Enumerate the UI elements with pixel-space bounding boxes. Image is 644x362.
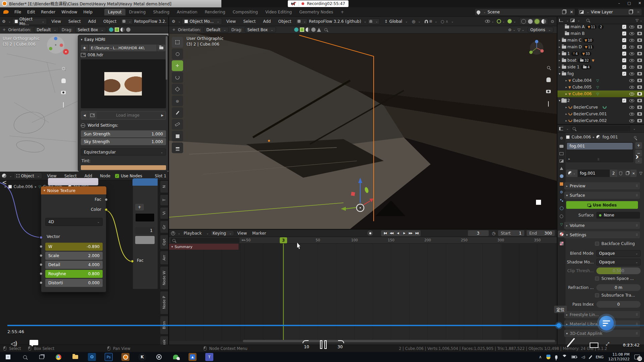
fac-input-socket[interactable] — [131, 260, 134, 263]
pin-icon[interactable] — [634, 136, 636, 138]
person-swatch-icon[interactable] — [311, 27, 316, 32]
disable-render-icon[interactable] — [637, 59, 642, 62]
maximize-button[interactable]: ▢ — [627, 1, 631, 5]
outliner-item-label[interactable]: BezierCurve.001 — [574, 112, 607, 116]
scene-copy-icon[interactable] — [562, 10, 566, 14]
filter-funnel-icon[interactable]: ▽ — [636, 18, 638, 22]
drag-dropdown[interactable]: Select Box — [245, 27, 276, 33]
shading-solid-icon[interactable] — [528, 19, 533, 24]
menu-view[interactable]: View — [223, 19, 239, 24]
shading-material-icon[interactable] — [535, 19, 539, 24]
workspace-tab-shading[interactable]: Shading — [149, 9, 173, 15]
tool-scale[interactable] — [172, 84, 183, 95]
tab-render-icon[interactable] — [559, 145, 564, 148]
outliner-row[interactable]: 1 Y4 33 — [557, 50, 644, 57]
workspace-tab-add[interactable]: + — [337, 9, 347, 15]
add-slot-button[interactable]: + — [635, 142, 642, 149]
outliner-item-label[interactable]: fog — [568, 71, 574, 76]
tab-constraints-icon[interactable] — [560, 215, 563, 218]
hide-eye-icon[interactable] — [629, 46, 634, 49]
tool-move[interactable]: ✛ — [172, 60, 183, 71]
tab-physics-icon[interactable] — [560, 206, 564, 210]
section-settings[interactable]: Settings — [564, 231, 640, 238]
expand-icon[interactable] — [566, 119, 567, 122]
disable-render-icon[interactable] — [637, 99, 642, 102]
chat-bubble-button[interactable] — [599, 316, 614, 330]
collection-checkbox[interactable] — [622, 32, 626, 36]
hide-eye-icon[interactable] — [629, 119, 634, 122]
outliner-row[interactable]: boat 32 — [557, 57, 644, 64]
tab-output-icon[interactable] — [559, 152, 564, 155]
disable-render-icon[interactable] — [637, 45, 642, 49]
scale-field[interactable]: Scale2.000 — [45, 252, 103, 260]
editor-type-icon[interactable]: ⚙ — [2, 19, 6, 24]
disable-render-icon[interactable] — [637, 92, 642, 96]
muted-speaker-icon[interactable] — [291, 2, 296, 6]
node-editor[interactable]: Object View Select Add Node ✓ Use Nodes … — [0, 172, 168, 345]
disable-render-icon[interactable] — [637, 39, 642, 42]
hide-eye-icon[interactable] — [629, 66, 634, 69]
refraction-depth-field[interactable]: 0 m — [596, 284, 641, 291]
grid-toggle-icon[interactable] — [548, 102, 549, 106]
wifi-icon[interactable] — [562, 355, 567, 359]
load-image-button[interactable]: Load image — [97, 113, 159, 118]
disable-render-icon[interactable] — [637, 72, 642, 75]
hdri-path-field[interactable]: E:\Texture - L...HDRI\HDR 4K\ — [89, 45, 157, 51]
camera-view-icon[interactable] — [61, 90, 66, 95]
shading-rendered-icon[interactable] — [541, 19, 546, 24]
player-rewind-button[interactable]: 10 — [301, 340, 312, 350]
close-button[interactable]: ✕ — [638, 1, 641, 5]
tab-modifiers-icon[interactable]: ⚙ — [560, 190, 563, 194]
chrome-icon[interactable] — [54, 353, 62, 361]
sidebar-tab-n[interactable]: N — [160, 180, 168, 193]
properties-editor-icon[interactable] — [559, 127, 563, 130]
expand-arrows-icon[interactable]: ↔ — [241, 238, 245, 242]
hdri-scrollbar[interactable] — [166, 36, 167, 80]
tool-annotate[interactable] — [172, 107, 183, 118]
folder-browse-button[interactable] — [157, 45, 165, 51]
material-browse-button[interactable] — [566, 170, 578, 177]
fake-user-shield-icon[interactable] — [617, 170, 624, 177]
outliner-item-label[interactable]: main B — [571, 31, 585, 36]
gizmo-filter-icon[interactable]: ⚙ — [508, 27, 512, 32]
player-captions-icon[interactable] — [30, 340, 38, 345]
collection-checkbox[interactable] — [622, 25, 626, 29]
matcap-swatch-icon[interactable] — [109, 27, 113, 32]
roughness-field[interactable]: Roughne0.800 — [45, 270, 103, 278]
teams-icon[interactable]: T — [205, 353, 213, 361]
outliner-item-label[interactable]: side 1 — [568, 65, 580, 69]
tool-add-cube[interactable] — [172, 131, 183, 141]
pivot-point-icon[interactable]: ◎ — [412, 19, 415, 24]
panel-collapse-icon[interactable] — [81, 38, 83, 41]
menu-marker[interactable]: Marker — [250, 231, 268, 236]
section-surface[interactable]: Surface — [564, 192, 640, 199]
detail-input-socket[interactable] — [40, 263, 43, 266]
hdri-preview-box[interactable] — [81, 59, 166, 108]
workspace-tab-video-editing[interactable]: Video Editing — [262, 9, 296, 15]
disable-render-icon[interactable] — [637, 85, 642, 89]
taskbar-search-icon[interactable] — [21, 353, 29, 361]
tray-expand-icon[interactable]: ∧ — [539, 355, 542, 359]
outliner-row[interactable]: Cube.005 — [557, 84, 644, 90]
breadcrumb-material[interactable]: fog.001 — [602, 135, 618, 139]
sidebar-tab-t[interactable]: T — [160, 194, 168, 206]
clip-threshold-slider[interactable]: 0.500 — [596, 267, 641, 274]
gizmos-toggle-icon[interactable] — [497, 19, 501, 23]
menu-help[interactable]: Help — [80, 10, 95, 14]
collection-checkbox[interactable] — [622, 52, 626, 56]
jump-to-start-button[interactable]: ▮◀ — [382, 231, 388, 236]
notification-center-icon[interactable]: 10 — [634, 355, 640, 359]
proportional-edit-icon[interactable]: ○ — [441, 19, 444, 24]
screen-space-checkbox[interactable] — [595, 277, 599, 281]
workspace-tab-compositing[interactable]: Compositing — [229, 9, 262, 15]
keyshot-icon[interactable]: K — [138, 353, 146, 361]
outliner-row[interactable]: main A 11 2 — [557, 23, 644, 30]
start-frame-field[interactable]: Start1 — [498, 230, 524, 236]
transform-orientation-dropdown[interactable]: ↕Global — [384, 19, 408, 24]
pan-hand-icon[interactable] — [61, 78, 66, 83]
material-slot-selected[interactable]: fog.001 — [567, 143, 633, 149]
sidebar-tab-node-p[interactable]: Node P — [160, 291, 168, 314]
disable-render-icon[interactable] — [637, 112, 642, 116]
roughness-input-socket[interactable] — [40, 272, 43, 275]
pen-tray-icon[interactable] — [589, 355, 592, 359]
